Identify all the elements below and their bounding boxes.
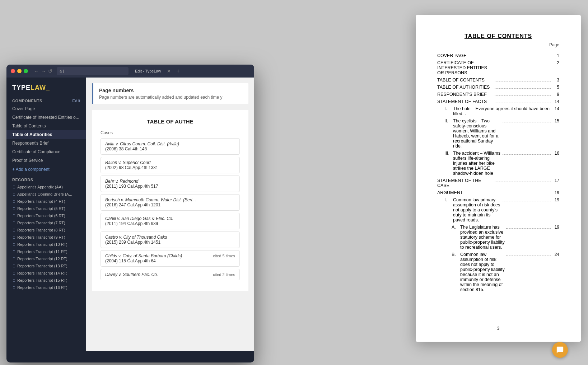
document-icon: 🗒 xyxy=(12,271,16,275)
pdf-overlay: TABLE OF CONTENTS Page COVER PAGE 1 CERT… xyxy=(416,15,581,342)
toc-dots xyxy=(506,228,551,229)
app-container: TYPELAW_ COMPONENTS Edit Cover Page Cert… xyxy=(6,78,254,351)
record-item-opening-brief[interactable]: 🗒 Appellant's Opening Briefe (A... xyxy=(6,191,86,198)
record-item-12rt[interactable]: 🗒 Reporters Transcript (12 RT) xyxy=(6,255,86,262)
case-name: Cahill v. San Diego Gas & Elec. Co. xyxy=(105,216,235,221)
toc-entry-toa: TABLE OF AUTHORITIES 5 xyxy=(437,85,559,90)
document-icon: 🗒 xyxy=(12,279,16,282)
document-icon: 🗒 xyxy=(12,200,16,203)
sidebar-item-respondents-brief[interactable]: Respondent's Brief xyxy=(6,139,86,148)
add-component-button[interactable]: + Add a component xyxy=(6,165,86,174)
toc-entry-ii: II. The cyclists – Two safety-conscious … xyxy=(444,118,559,149)
record-item-aa[interactable]: 🗒 Appellant's Appendix (AA) xyxy=(6,183,86,191)
sidebar-item-table-of-contents[interactable]: Table of Contents xyxy=(6,122,86,130)
record-item-14rt[interactable]: 🗒 Reporters Transcript (14 RT) xyxy=(6,270,86,277)
sidebar-item-proof-of-service[interactable]: Proof of Service xyxy=(6,156,86,165)
case-item-behr: Behr v. Redmond (2011) 193 Cal.App.4th 5… xyxy=(101,176,240,192)
logo: TYPELAW_ xyxy=(6,78,86,96)
toc-entry-label: STATEMENT OF FACTS xyxy=(437,99,493,104)
toc-page-num: 15 xyxy=(552,118,559,123)
record-item-13rt[interactable]: 🗒 Reporters Transcript (13 RT) xyxy=(6,262,86,270)
sidebar: TYPELAW_ COMPONENTS Edit Cover Page Cert… xyxy=(6,78,86,351)
record-label: Appellant's Opening Briefe (A... xyxy=(17,192,72,196)
browser-nav: ← → ↺ xyxy=(34,68,52,74)
toc-prefix: I. xyxy=(444,197,453,202)
toc-entry-cover: COVER PAGE 1 xyxy=(437,53,559,58)
record-item-7rt[interactable]: 🗒 Reporters Transcript (7 RT) xyxy=(6,219,86,226)
record-item-6rt[interactable]: 🗒 Reporters Transcript (6 RT) xyxy=(6,212,86,219)
tab-close-icon[interactable]: ✕ xyxy=(167,69,171,74)
toc-entry-label: STATEMENT OF THE CASE xyxy=(437,178,493,188)
document-icon: 🗒 xyxy=(12,264,16,268)
pdf-title: TABLE OF CONTENTS xyxy=(437,33,559,39)
edit-button[interactable]: Edit xyxy=(72,99,80,103)
maximize-button[interactable] xyxy=(24,69,28,73)
sidebar-item-certificate-compliance[interactable]: Certificate of Compliance xyxy=(6,148,86,156)
pdf-page-label: Page xyxy=(437,42,559,47)
toc-prefix: I. xyxy=(444,106,453,111)
case-name: Davey v. Southern Pac. Co. xyxy=(105,272,158,277)
toc-dots xyxy=(495,95,551,96)
toc-entry-arg-b: B. Common law assumption of risk does no… xyxy=(452,252,559,292)
document-icon: 🗒 xyxy=(12,185,16,189)
case-citation: (2002) 98 Cal.App.4th 1331 xyxy=(105,165,235,170)
toc-entry-i: I. The hole – Everyone agrees it should … xyxy=(444,106,559,116)
logo-dash: _ xyxy=(46,84,50,91)
toc-entry-toc: TABLE OF CONTENTS 3 xyxy=(437,78,559,83)
toc-page-num: 16 xyxy=(552,151,559,156)
document-icon: 🗒 xyxy=(12,250,16,254)
toc-entry-sof: STATEMENT OF FACTS 14 xyxy=(437,99,559,104)
components-label: COMPONENTS xyxy=(12,99,42,103)
chat-icon xyxy=(556,346,564,354)
case-item-cahill: Cahill v. San Diego Gas & Elec. Co. (201… xyxy=(101,213,240,229)
record-item-5rt[interactable]: 🗒 Reporters Transcript (5 RT) xyxy=(6,205,86,212)
back-button[interactable]: ← xyxy=(34,68,39,74)
record-item-16rt[interactable]: 🗒 Reporters Transcript (16 RT) xyxy=(6,284,86,291)
close-button[interactable] xyxy=(11,69,15,73)
record-item-8rt[interactable]: 🗒 Reporters Transcript (8 RT) xyxy=(6,226,86,234)
toc-entry-label: Common law primary assumption of risk do… xyxy=(453,197,500,223)
sidebar-item-table-of-authorities[interactable]: Table of Authorities xyxy=(6,130,86,139)
record-item-9rt[interactable]: 🗒 Reporters Transcript (9 RT) xyxy=(6,234,86,241)
browser-titlebar: ← → ↺ a | Edit - TypeLaw ✕ + xyxy=(6,65,254,78)
tab-title: Edit - TypeLaw xyxy=(135,69,161,73)
toc-entry-label: TABLE OF CONTENTS xyxy=(437,78,493,83)
new-tab-button[interactable]: + xyxy=(177,68,180,74)
minimize-button[interactable] xyxy=(17,69,22,73)
toc-prefix: B. xyxy=(452,252,460,257)
toc-page-num: 24 xyxy=(552,252,559,257)
record-item-4rt[interactable]: 🗒 Reporters Transcript (4 RT) xyxy=(6,198,86,205)
refresh-button[interactable]: ↺ xyxy=(48,68,52,74)
record-item-11rt[interactable]: 🗒 Reporters Transcript (11 RT) xyxy=(6,248,86,255)
case-item-bertsch: Bertsch v. Mammoth Comm. Water Dist. (Be… xyxy=(101,194,240,211)
document-icon: 🗒 xyxy=(12,243,16,247)
forward-button[interactable]: → xyxy=(41,68,46,74)
record-label: Reporters Transcript (4 RT) xyxy=(17,199,65,203)
document-icon: 🗒 xyxy=(12,214,16,218)
toc-entry-label: ARGUMENT xyxy=(437,190,493,195)
address-bar[interactable]: a | xyxy=(57,67,129,75)
toc-entry-label: The hole – Everyone agrees it should hav… xyxy=(453,106,552,116)
components-section-header: COMPONENTS Edit xyxy=(6,96,86,104)
toc-dots xyxy=(506,256,551,256)
record-item-15rt[interactable]: 🗒 Reporters Transcript (15 RT) xyxy=(6,277,86,284)
record-label: Reporters Transcript (7 RT) xyxy=(17,221,65,225)
case-name: Behr v. Redmond xyxy=(105,179,235,184)
page-numbers-banner: Page numbers Page numbers are automatica… xyxy=(92,83,248,104)
chat-button[interactable] xyxy=(552,342,568,358)
record-label: Reporters Transcript (12 RT) xyxy=(17,257,67,261)
case-citation: (2006) 38 Cal.4th 148 xyxy=(105,146,235,151)
toc-dots xyxy=(495,57,551,57)
case-citation: (2016) 247 Cal.App.4th 1201 xyxy=(105,202,235,207)
toc-entry-arg-i: I. Common law primary assumption of risk… xyxy=(444,197,559,223)
record-item-10rt[interactable]: 🗒 Reporters Transcript (10 RT) xyxy=(6,241,86,248)
cases-label: Cases xyxy=(101,130,240,135)
sidebar-item-cover-page[interactable]: Cover Page xyxy=(6,104,86,113)
toc-entry-label: COVER PAGE xyxy=(437,53,493,58)
toc-dots xyxy=(503,154,551,155)
sidebar-item-certificate[interactable]: Certificate of Interested Entities o... xyxy=(6,113,86,122)
case-citation: (2011) 194 Cal.App.4th 939 xyxy=(105,221,235,226)
toc-entry-argument: ARGUMENT 19 xyxy=(437,190,559,195)
logo-type: TYPE xyxy=(12,84,31,91)
record-label: Reporters Transcript (5 RT) xyxy=(17,206,65,211)
